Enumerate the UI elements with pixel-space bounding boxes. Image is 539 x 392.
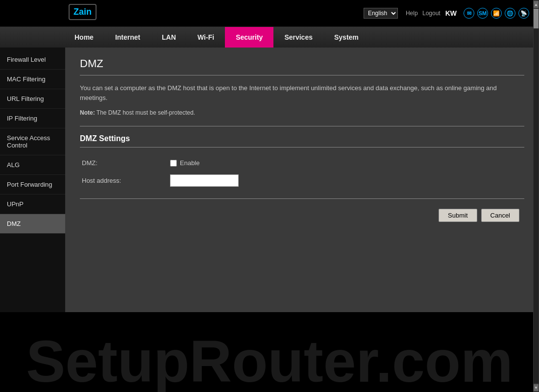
host-address-row: Host address: — [80, 171, 524, 191]
help-link[interactable]: Help — [406, 10, 418, 17]
note-text: Note: The DMZ host must be self-protecte… — [80, 109, 524, 116]
nav-wifi[interactable]: Wi-Fi — [187, 27, 225, 48]
signal-icon[interactable]: 📶 — [491, 8, 502, 19]
page-title: DMZ — [80, 57, 524, 70]
dmz-form-table: DMZ: Enable Host address: — [80, 155, 524, 191]
nav-internet[interactable]: Internet — [104, 27, 151, 48]
icon-bar: ✉ SM 📶 🌐 📡 — [464, 8, 529, 19]
globe-icon[interactable]: 🌐 — [505, 8, 515, 19]
dmz-row: DMZ: Enable — [80, 155, 524, 171]
footer-area: SetupRouter.com Copyright © Huawei Techn… — [0, 312, 539, 392]
nav-home[interactable]: Home — [64, 27, 104, 48]
description-text: You can set a computer as the DMZ host t… — [80, 83, 524, 102]
scroll-up-button[interactable]: ▲ — [534, 1, 539, 8]
nav-system[interactable]: System — [323, 27, 369, 48]
section-divider — [80, 126, 524, 126]
nav-bar: Home Internet LAN Wi-Fi Security Service… — [0, 27, 539, 48]
cancel-button[interactable]: Cancel — [481, 209, 519, 222]
submit-button[interactable]: Submit — [439, 209, 477, 222]
sidebar: Firewall Level MAC Filtering URL Filteri… — [0, 48, 65, 312]
nav-services[interactable]: Services — [273, 27, 323, 48]
scroll-down-button[interactable]: ▼ — [534, 384, 539, 391]
note-label: Note: — [80, 109, 95, 116]
dmz-field-value: Enable — [168, 155, 524, 171]
host-address-label: Host address: — [80, 171, 168, 191]
sidebar-item-port-forwarding[interactable]: Port Forwarding — [0, 175, 65, 195]
section-divider-bottom — [80, 147, 524, 147]
logout-link[interactable]: Logout — [422, 10, 441, 17]
sidebar-item-ip-filtering[interactable]: IP Filtering — [0, 109, 65, 128]
host-address-value-cell — [168, 171, 524, 191]
sidebar-item-upnp[interactable]: UPnP — [0, 195, 65, 214]
zain-brand-area: KW ✉ SM 📶 🌐 📡 — [445, 8, 529, 19]
mail-icon[interactable]: ✉ — [464, 8, 474, 19]
top-right-area: English Arabic Help Logout KW ✉ SM 📶 🌐 📡 — [364, 8, 534, 19]
sidebar-item-dmz[interactable]: DMZ — [0, 214, 65, 234]
nav-lan[interactable]: LAN — [151, 27, 187, 48]
sidebar-item-url-filtering[interactable]: URL Filtering — [0, 89, 65, 109]
sidebar-item-mac-filtering[interactable]: MAC Filtering — [0, 70, 65, 89]
sidebar-item-service-access-control[interactable]: Service Access Control — [0, 128, 65, 155]
dmz-enable-label: Enable — [180, 159, 199, 167]
scroll-thumb[interactable] — [534, 9, 539, 28]
dmz-enable-checkbox[interactable] — [170, 160, 177, 167]
note-body: The DMZ host must be self-protected. — [97, 109, 195, 116]
main-layout: Firewall Level MAC Filtering URL Filteri… — [0, 48, 539, 312]
sidebar-item-alg[interactable]: ALG — [0, 155, 65, 175]
scrollbar[interactable]: ▲ ▼ — [533, 0, 539, 392]
footer-watermark: SetupRouter.com — [26, 327, 513, 392]
wifi-icon[interactable]: 📡 — [518, 8, 529, 19]
dmz-enable-container: Enable — [170, 159, 522, 167]
brand-logo: Zain — [69, 4, 97, 20]
nav-security[interactable]: Security — [225, 27, 273, 48]
form-bottom-divider — [80, 198, 524, 199]
form-buttons: Submit Cancel — [80, 209, 524, 222]
scroll-track — [534, 9, 539, 383]
section-title: DMZ Settings — [80, 134, 524, 143]
zain-kw-label: KW — [445, 9, 457, 17]
language-select[interactable]: English Arabic — [364, 8, 398, 19]
host-address-input[interactable] — [170, 174, 239, 187]
content-area: DMZ You can set a computer as the DMZ ho… — [65, 48, 539, 312]
sms-icon[interactable]: SM — [477, 8, 488, 19]
logo-zain: Zain — [74, 7, 92, 17]
top-bar: Zain English Arabic Help Logout KW ✉ SM … — [0, 0, 539, 27]
title-divider — [80, 75, 524, 75]
help-logout-links: Help Logout — [403, 10, 441, 17]
dmz-field-label: DMZ: — [80, 155, 168, 171]
sidebar-item-firewall-level[interactable]: Firewall Level — [0, 50, 65, 70]
